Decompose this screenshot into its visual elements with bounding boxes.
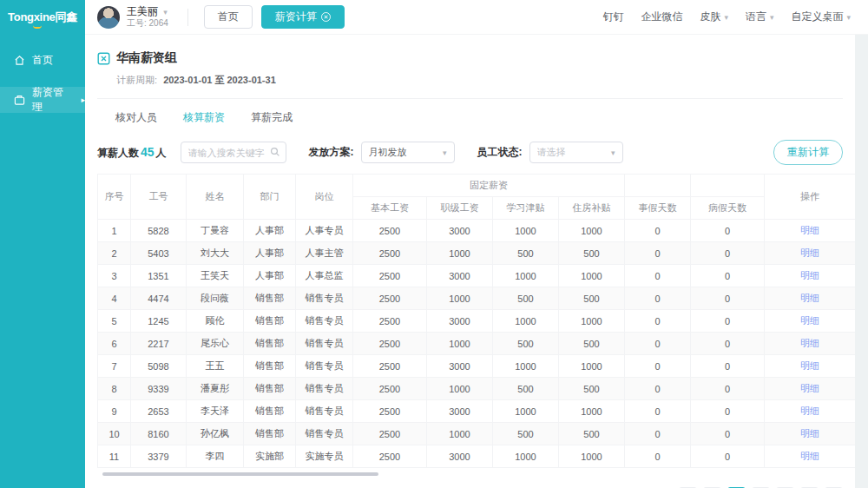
tab-calc-salary[interactable]: 核算薪资 [183, 110, 225, 128]
detail-link[interactable]: 明细 [800, 338, 819, 348]
sidebar-item-label: 首页 [32, 53, 53, 68]
col-emp-id: 工号 [131, 175, 187, 220]
cell-emp_id: 3379 [131, 445, 187, 468]
detail-link[interactable]: 明细 [800, 383, 819, 393]
menu-item-2[interactable]: 皮肤▾ [700, 10, 728, 24]
cell-emp_id: 5403 [131, 242, 187, 265]
cell-emp_id: 5098 [131, 355, 187, 378]
cell-name: 孙亿枫 [187, 423, 244, 445]
detail-link[interactable]: 明细 [800, 406, 819, 416]
cell-study: 500 [493, 378, 559, 400]
cell-name: 刘大大 [187, 242, 244, 265]
tab-check-staff[interactable]: 核对人员 [115, 110, 157, 128]
horizontal-scrollbar[interactable] [102, 472, 378, 476]
cell-personal: 0 [625, 265, 691, 287]
cell-house: 500 [559, 378, 625, 400]
cell-base: 2500 [353, 445, 427, 468]
cell-seq: 11 [98, 445, 131, 468]
tab-calc-done[interactable]: 算薪完成 [251, 110, 293, 128]
cell-pos: 销售专员 [296, 333, 353, 355]
app-logo: Tongxine同鑫 [0, 0, 85, 35]
sidebar-item-home[interactable]: 首页 [0, 47, 85, 73]
status-select[interactable]: 请选择 ▾ [529, 142, 623, 163]
plan-select[interactable]: 月初发放 ▾ [361, 142, 455, 163]
cell-action: 明细 [765, 310, 856, 333]
cell-dept: 销售部 [244, 333, 296, 355]
cell-base: 2500 [353, 220, 427, 242]
table-row: 89339潘夏彤销售部销售专员2500100050050000明细 [98, 378, 856, 400]
cell-personal: 0 [625, 310, 691, 333]
cell-house: 1000 [559, 355, 625, 378]
cell-rank: 3000 [427, 400, 493, 423]
detail-link[interactable]: 明细 [800, 293, 819, 303]
top-bar: 王美丽 ▾ 工号: 2064 首页 薪资计算 ✕ 钉钉企业微信皮肤▾语言▾自定义… [85, 0, 868, 35]
cell-rank: 1000 [427, 333, 493, 355]
headcount: 算薪人数45人 [97, 145, 167, 161]
cell-house: 500 [559, 333, 625, 355]
table-body: 15828丁曼容人事部人事专员250030001000100000明细25403… [98, 220, 856, 468]
detail-link[interactable]: 明细 [800, 315, 819, 326]
cell-seq: 6 [98, 333, 131, 355]
cell-action: 明细 [765, 265, 856, 287]
col-base-salary: 基本工资 [353, 197, 427, 220]
page-scrollbar-track[interactable] [855, 35, 868, 488]
cell-rank: 1000 [427, 242, 493, 265]
cell-seq: 1 [98, 220, 131, 242]
pay-period-value: 2023-01-01 至 2023-01-31 [163, 75, 276, 85]
detail-link[interactable]: 明细 [800, 451, 819, 461]
detail-link[interactable]: 明细 [800, 270, 819, 280]
menu-item-0[interactable]: 钉钉 [602, 10, 623, 24]
cell-emp_id: 1351 [131, 265, 187, 287]
cell-name: 王笑天 [187, 265, 244, 287]
cell-base: 2500 [353, 423, 427, 445]
cell-rank: 1000 [427, 287, 493, 310]
cell-emp_id: 4474 [131, 287, 187, 310]
cell-house: 1000 [559, 265, 625, 287]
plan-filter: 发放方案: 月初发放 ▾ [309, 142, 455, 163]
cell-rank: 3000 [427, 265, 493, 287]
detail-link[interactable]: 明细 [800, 428, 819, 439]
cell-pos: 销售专员 [296, 423, 353, 445]
cell-house: 1000 [559, 220, 625, 242]
user-block[interactable]: 王美丽 ▾ 工号: 2064 [127, 5, 168, 29]
cell-dept: 销售部 [244, 355, 296, 378]
cell-seq: 9 [98, 400, 131, 423]
status-filter-label: 员工状态: [477, 145, 523, 160]
cell-dept: 实施部 [244, 445, 296, 468]
chevron-down-icon: ▾ [611, 148, 615, 157]
cell-pos: 销售专员 [296, 400, 353, 423]
cell-seq: 10 [98, 423, 131, 445]
chevron-down-icon: ▾ [163, 8, 168, 16]
detail-link[interactable]: 明细 [800, 360, 819, 371]
cell-base: 2500 [353, 242, 427, 265]
cell-emp_id: 5828 [131, 220, 187, 242]
cell-pos: 销售专员 [296, 355, 353, 378]
menu-item-4[interactable]: 自定义桌面▾ [791, 10, 851, 24]
chevron-right-icon: ▸ [81, 96, 85, 104]
table-row: 25403刘大大人事部人事主管2500100050050000明细 [98, 242, 856, 265]
cell-name: 李天泽 [187, 400, 244, 423]
close-icon[interactable]: ✕ [321, 12, 331, 22]
workspace-tab-home[interactable]: 首页 [204, 5, 253, 29]
cell-sick: 0 [691, 310, 765, 333]
workspace-tab-payroll[interactable]: 薪资计算 ✕ [261, 5, 345, 29]
col-group-fixed-salary: 固定薪资 [353, 175, 625, 197]
cell-house: 1000 [559, 310, 625, 333]
recalculate-button[interactable]: 重新计算 [773, 140, 843, 165]
cell-sick: 0 [691, 378, 765, 400]
cell-study: 500 [493, 242, 559, 265]
cell-name: 潘夏彤 [187, 378, 244, 400]
sidebar-item-payroll[interactable]: 薪资管理 ▸ [0, 87, 85, 113]
col-empty [691, 175, 765, 197]
detail-link[interactable]: 明细 [800, 225, 819, 235]
cell-study: 1000 [493, 310, 559, 333]
cell-rank: 3000 [427, 310, 493, 333]
menu-item-3[interactable]: 语言▾ [746, 10, 774, 24]
cell-pos: 人事总监 [296, 265, 353, 287]
cell-house: 500 [559, 423, 625, 445]
cell-personal: 0 [625, 333, 691, 355]
avatar[interactable] [97, 6, 120, 29]
detail-link[interactable]: 明细 [800, 247, 819, 258]
menu-item-1[interactable]: 企业微信 [641, 10, 682, 24]
sidebar-item-label: 薪资管理 [32, 85, 72, 115]
